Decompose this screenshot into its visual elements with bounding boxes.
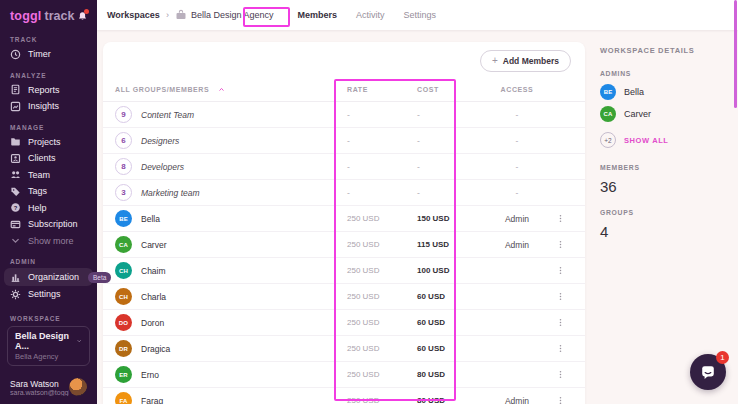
member-rate: 250 USD [347, 370, 417, 379]
group-cost: - [417, 110, 487, 120]
member-cost: 60 USD [417, 318, 487, 327]
group-cost: - [417, 136, 487, 146]
tab-activity[interactable]: Activity [356, 10, 385, 20]
table-header-row: ALL GROUPS/MEMBERS RATE COST ACCESS [103, 78, 585, 102]
sidebar-item-organization[interactable]: Organization Beta [4, 268, 93, 286]
member-cost: 80 USD [417, 370, 487, 379]
table-row-member-bella[interactable]: BE Bella 250 USD 150 USD Admin [103, 206, 585, 232]
member-cost: 80 USD [417, 396, 487, 404]
column-header-access[interactable]: ACCESS [487, 86, 547, 93]
user-avatar [69, 378, 87, 396]
briefcase-icon [175, 9, 187, 21]
sort-caret-icon [218, 86, 225, 93]
show-all-admins[interactable]: +2 SHOW ALL [600, 132, 732, 148]
subscription-icon [10, 219, 21, 230]
member-name: Erno [141, 370, 159, 380]
table-row-member-chaim[interactable]: CH Chaim 250 USD 100 USD [103, 258, 585, 284]
member-avatar: CH [115, 288, 132, 305]
sidebar-item-label: Clients [28, 153, 56, 163]
member-rate: 250 USD [347, 318, 417, 327]
sidebar-item-label: Tags [28, 186, 47, 196]
breadcrumb-bar: Workspaces › Bella Design Agency Members… [97, 0, 738, 30]
chevron-down-icon [76, 337, 82, 345]
table-row-group-content-team[interactable]: 9 Content Team - - - [103, 102, 585, 128]
table-row-member-doron[interactable]: DO Doron 250 USD 60 USD [103, 310, 585, 336]
sidebar-item-tags[interactable]: Tags [0, 183, 97, 200]
member-access: Admin [487, 214, 547, 224]
member-avatar: CA [115, 236, 132, 253]
workspace-selector[interactable]: Bella Design A... Bella Agency [7, 326, 90, 366]
member-rate: 250 USD [347, 344, 417, 353]
sidebar-item-show-more[interactable]: Show more [0, 233, 97, 250]
scrollbar-thumb[interactable] [734, 0, 737, 108]
admin-row-carver[interactable]: CA Carver [600, 106, 732, 122]
row-menu-kebab-icon[interactable] [554, 237, 567, 252]
tab-settings[interactable]: Settings [403, 10, 436, 20]
sidebar-item-clients[interactable]: Clients [0, 150, 97, 167]
sidebar-item-team[interactable]: Team [0, 167, 97, 184]
user-menu[interactable]: Sara Watson sara.watson@toggl... [10, 378, 87, 396]
table-row-member-farag[interactable]: FA Farag 250 USD 80 USD Admin [103, 388, 585, 404]
sidebar-item-projects[interactable]: Projects [0, 134, 97, 151]
table-row-member-charla[interactable]: CH Charla 250 USD 60 USD [103, 284, 585, 310]
sidebar-item-insights[interactable]: Insights [0, 98, 97, 115]
column-header-members[interactable]: ALL GROUPS/MEMBERS [115, 86, 347, 93]
sidebar: toggl track TRACK Timer ANALYZE Reports … [0, 0, 97, 404]
add-members-button[interactable]: + Add Members [480, 50, 571, 72]
member-avatar: DO [115, 314, 132, 331]
table-row-group-designers[interactable]: 6 Designers - - - [103, 128, 585, 154]
projects-icon [10, 136, 21, 147]
group-cost: - [417, 162, 487, 172]
column-header-rate[interactable]: RATE [347, 86, 417, 93]
member-name: Charla [141, 292, 166, 302]
workspace-details-panel: WORKSPACE DETAILS ADMINS BE Bella CA Car… [600, 46, 732, 254]
table-row-member-dragica[interactable]: DR Dragica 250 USD 60 USD [103, 336, 585, 362]
sidebar-item-label: Subscription [28, 219, 78, 229]
sidebar-item-settings[interactable]: Settings [0, 286, 97, 303]
member-rate: 250 USD [347, 292, 417, 301]
group-count-badge: 8 [115, 158, 132, 175]
group-access: - [487, 110, 547, 120]
sidebar-item-label: Timer [28, 49, 51, 59]
tab-members[interactable]: Members [297, 10, 337, 20]
admin-row-bella[interactable]: BE Bella [600, 84, 732, 100]
row-menu-kebab-icon[interactable] [554, 341, 567, 356]
member-avatar: CH [115, 262, 132, 279]
row-menu-kebab-icon[interactable] [554, 367, 567, 382]
groups-count: 4 [600, 223, 732, 240]
sidebar-item-timer[interactable]: Timer [0, 46, 97, 63]
row-menu-kebab-icon[interactable] [554, 263, 567, 278]
member-avatar: FA [115, 392, 132, 404]
sidebar-item-label: Insights [28, 101, 59, 111]
member-name: Farag [141, 396, 163, 404]
workspace-tabs: Members Activity Settings [297, 10, 436, 20]
group-count-badge: 6 [115, 132, 132, 149]
chat-launcher-button[interactable]: 1 [690, 354, 726, 390]
table-row-member-erno[interactable]: ER Erno 250 USD 80 USD [103, 362, 585, 388]
breadcrumb-workspaces-link[interactable]: Workspaces [107, 10, 160, 20]
notification-dot [84, 9, 89, 14]
sidebar-item-label: Settings [28, 289, 61, 299]
groups-count-label: GROUPS [600, 209, 732, 216]
sidebar-item-reports[interactable]: Reports [0, 82, 97, 99]
row-menu-kebab-icon[interactable] [554, 289, 567, 304]
row-menu-kebab-icon[interactable] [554, 211, 567, 226]
column-header-cost[interactable]: COST [417, 86, 487, 93]
logo-track: track [45, 9, 75, 23]
table-row-group-marketing-team[interactable]: 3 Marketing team - - - [103, 180, 585, 206]
sidebar-item-subscription[interactable]: Subscription [0, 216, 97, 233]
member-avatar: BE [115, 210, 132, 227]
table-row-member-carver[interactable]: CA Carver 250 USD 115 USD Admin [103, 232, 585, 258]
app-logo[interactable]: toggl track [0, 0, 97, 27]
table-row-group-developers[interactable]: 8 Developers - - - [103, 154, 585, 180]
members-count: 36 [600, 178, 732, 195]
row-menu-kebab-icon[interactable] [554, 393, 567, 404]
sidebar-item-label: Projects [28, 137, 61, 147]
member-cost: 60 USD [417, 344, 487, 353]
breadcrumb-separator: › [166, 10, 169, 20]
sidebar-item-label: Reports [28, 85, 60, 95]
row-menu-kebab-icon[interactable] [554, 315, 567, 330]
sidebar-item-help[interactable]: ? Help [0, 200, 97, 217]
group-access: - [487, 136, 547, 146]
notifications-bell-icon[interactable] [77, 11, 88, 22]
